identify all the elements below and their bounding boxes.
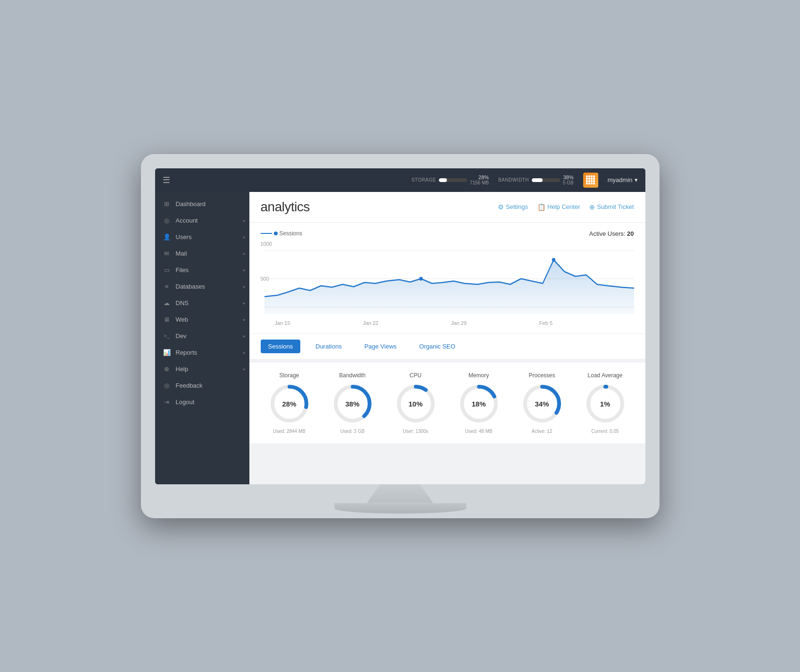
metric-card-bandwidth: Bandwidth 38% Used: 3 GB (324, 372, 381, 434)
sidebar-label-dashboard: Dashboard (176, 200, 206, 207)
submit-ticket-icon: ⊕ (589, 203, 595, 211)
tab-seo[interactable]: Organic SEO (412, 340, 463, 353)
svg-rect-10 (591, 180, 593, 182)
settings-link[interactable]: ⚙ Settings (498, 203, 528, 211)
files-icon: ▭ (163, 266, 171, 274)
sidebar-item-dev[interactable]: >_ Dev ◂ (155, 328, 249, 344)
processes-sub: Active: 12 (532, 429, 553, 434)
metric-card-storage: Storage 28% Used: 2844 MB (261, 372, 318, 434)
chart-wrapper: 1000 500 0 (261, 241, 634, 326)
sidebar-label-account: Account (176, 217, 198, 224)
sidebar-item-dns[interactable]: ☁ DNS ◂ (155, 295, 249, 311)
svg-rect-2 (591, 175, 593, 177)
chart-legend: Sessions (261, 230, 303, 237)
svg-rect-14 (591, 183, 593, 184)
chart-legend-label: Sessions (280, 230, 303, 237)
storage-pct-display: 28% (282, 399, 296, 407)
user-name-display[interactable]: myadmin ▾ (608, 176, 638, 183)
processes-donut: 34% (521, 382, 563, 425)
databases-arrow-icon: ◂ (242, 284, 245, 289)
memory-pct-display: 18% (471, 399, 486, 407)
storage-donut: 28% (268, 382, 311, 425)
sidebar-item-web[interactable]: 🖥 Web ◂ (155, 311, 249, 328)
bandwidth-metric-label: Bandwidth (339, 372, 365, 379)
tab-sessions[interactable]: Sessions (261, 340, 301, 353)
user-dropdown-icon: ▾ (635, 176, 638, 183)
sidebar-item-feedback[interactable]: ◎ Feedback (155, 377, 249, 394)
x-label-jan29: Jan 29 (451, 320, 467, 326)
load-sub: Current: 0.05 (591, 429, 619, 434)
tab-pageviews[interactable]: Page Views (357, 340, 404, 353)
web-icon: 🖥 (163, 316, 171, 323)
tab-durations[interactable]: Durations (308, 340, 349, 353)
sidebar-label-feedback: Feedback (176, 382, 203, 389)
sidebar-item-help[interactable]: ⊕ Help ◂ (155, 361, 249, 377)
content-header: analytics ⚙ Settings 📋 Help Center ⊕ Su (249, 192, 645, 223)
metrics-section: Storage 28% Used: 2844 MB Bandwidth (249, 363, 645, 443)
storage-info: 28% 7156 MB (470, 174, 489, 185)
monitor-stand-base (334, 503, 466, 514)
account-arrow-icon: ◂ (242, 218, 245, 223)
sidebar-item-mail[interactable]: ✉ Mail ◂ (155, 245, 249, 262)
storage-widget: STORAGE 28% 7156 MB (412, 174, 489, 185)
help-arrow-icon: ◂ (242, 366, 245, 372)
cpu-pct-display: 10% (408, 399, 422, 407)
page-title: analytics (261, 199, 310, 215)
processes-pct-display: 34% (535, 399, 549, 407)
storage-sub: Used: 2844 MB (273, 429, 305, 434)
sidebar-label-mail: Mail (176, 250, 187, 257)
reports-arrow-icon: ◂ (242, 350, 245, 355)
storage-progress-bar (439, 178, 467, 182)
sidebar-item-reports[interactable]: 📊 Reports ◂ (155, 344, 249, 361)
dns-arrow-icon: ◂ (242, 300, 245, 306)
hamburger-menu[interactable]: ☰ (163, 175, 170, 185)
users-arrow-icon: ◂ (242, 234, 245, 240)
cpu-donut: 10% (395, 382, 437, 425)
help-center-icon: 📋 (537, 203, 545, 211)
svg-rect-8 (586, 180, 588, 182)
topbar: ☰ STORAGE 28% 7156 MB BANDWIDTH (155, 168, 645, 192)
storage-progress-fill (439, 178, 447, 182)
bandwidth-label: BANDWIDTH (498, 177, 529, 183)
sidebar-label-databases: Databases (176, 283, 205, 290)
sidebar-item-logout[interactable]: ⇥ Logout (155, 394, 249, 410)
dev-icon: >_ (163, 333, 171, 339)
svg-point-20 (552, 258, 555, 262)
sidebar-item-dashboard[interactable]: ⊞ Dashboard (155, 196, 249, 212)
storage-pct: 28% (478, 174, 489, 180)
chart-section: Sessions Active Users: 20 1000 500 (249, 223, 645, 333)
svg-rect-0 (586, 175, 588, 177)
svg-rect-6 (591, 178, 593, 180)
svg-rect-12 (586, 183, 588, 184)
settings-label: Settings (506, 203, 528, 210)
sidebar-item-account[interactable]: ◎ Account ◂ (155, 212, 249, 229)
sidebar-label-reports: Reports (176, 349, 198, 356)
sidebar-item-users[interactable]: 👤 Users ◂ (155, 229, 249, 245)
chart-x-labels: Jan 15 Jan 22 Jan 29 Feb 5 end (261, 318, 634, 326)
x-label-feb5: Feb 5 (539, 320, 553, 326)
monitor-shell: ☰ STORAGE 28% 7156 MB BANDWIDTH (141, 154, 660, 518)
svg-rect-15 (593, 183, 595, 184)
x-label-jan15: Jan 15 (275, 320, 290, 326)
svg-rect-13 (588, 183, 590, 184)
bandwidth-pct-display: 38% (345, 399, 359, 407)
mail-arrow-icon: ◂ (242, 251, 245, 256)
sidebar-item-files[interactable]: ▭ Files ◂ (155, 262, 249, 278)
submit-ticket-label: Submit Ticket (597, 203, 634, 210)
monitor-stand-neck (367, 484, 433, 503)
submit-ticket-link[interactable]: ⊕ Submit Ticket (589, 203, 634, 211)
active-users-count: 20 (627, 230, 634, 237)
metric-card-processes: Processes 34% Active: 12 (513, 372, 571, 434)
feedback-icon: ◎ (163, 382, 171, 389)
load-metric-label: Load Average (588, 372, 623, 379)
help-icon: ⊕ (163, 365, 171, 373)
tabs-section: Sessions Durations Page Views Organic SE… (249, 333, 645, 359)
storage-label: STORAGE (412, 177, 436, 183)
svg-rect-5 (588, 178, 590, 180)
load-pct-display: 1% (600, 399, 610, 407)
sidebar-label-users: Users (176, 233, 192, 241)
sidebar-item-databases[interactable]: ≡ Databases ◂ (155, 278, 249, 295)
help-center-link[interactable]: 📋 Help Center (537, 203, 580, 211)
user-avatar (583, 173, 598, 188)
topbar-right: STORAGE 28% 7156 MB BANDWIDTH (412, 173, 638, 188)
